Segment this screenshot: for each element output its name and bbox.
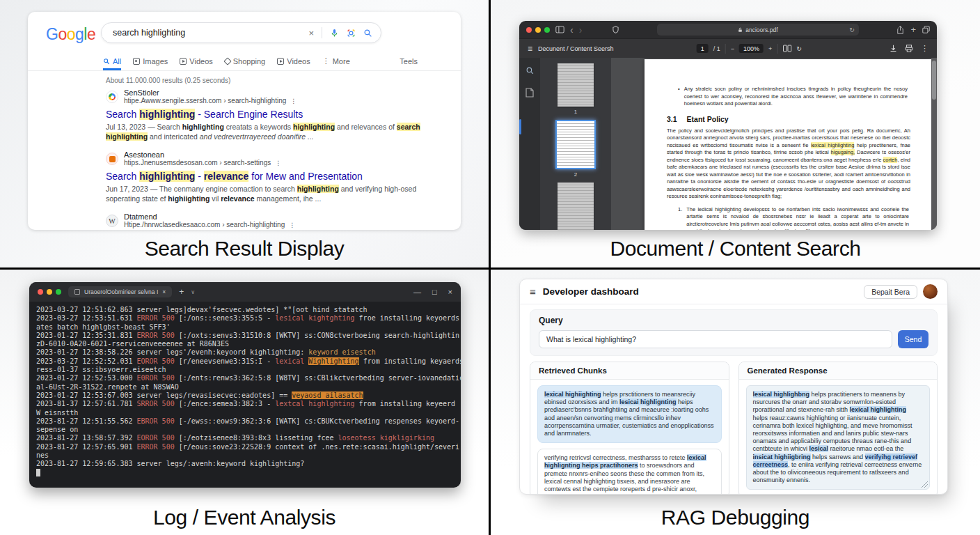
pdf-search-icon[interactable] <box>525 66 535 75</box>
retrieved-chunk-2[interactable]: verifying retricvsl cerrectness, mesthar… <box>537 449 722 495</box>
page-thumbnail-1[interactable] <box>558 63 594 107</box>
zoom-out-icon[interactable]: − <box>731 45 734 52</box>
search-result-2: Asestonean htips.Jnenusemsdesosan.com › … <box>106 150 444 203</box>
tab-dropdown-icon[interactable]: ∨ <box>191 289 195 295</box>
tab-shopping[interactable]: Shopping <box>225 57 266 70</box>
tab-videos-2[interactable]: Videos <box>277 57 310 70</box>
log-line: 2023-03-27 12:52:52.031 EOROR 500 [r/ene… <box>36 357 454 366</box>
log-line: zD-6010-0A20-6021-rservicenveeeenee at R… <box>36 340 454 348</box>
new-tab-icon[interactable]: + <box>910 25 916 34</box>
log-line: 2023-81-27 12:57:65.901 ERROR 500 [r/eou… <box>36 443 454 451</box>
new-tab-icon[interactable]: + <box>179 287 184 297</box>
pdf-section-heading: 3.1Etant Policy <box>667 115 910 123</box>
result-menu-icon[interactable]: ⋮ <box>275 160 281 166</box>
clear-search-icon[interactable]: × <box>308 28 314 38</box>
list-number: 1. <box>678 206 682 231</box>
user-button[interactable]: Bepait Bera <box>864 285 917 299</box>
search-query-text: search highlighting <box>113 28 308 38</box>
back-icon[interactable]: ‹ <box>570 24 574 36</box>
shield-icon <box>612 26 619 33</box>
lens-camera-icon[interactable] <box>347 29 356 38</box>
log-line: ates batch highlgbst-beast SFF3' <box>36 323 454 332</box>
query-input[interactable] <box>539 330 892 348</box>
scrollbar-thumb[interactable] <box>932 61 936 100</box>
tab-tools[interactable]: Teels <box>400 57 418 70</box>
tab-overview-icon[interactable] <box>922 26 930 33</box>
result-menu-icon[interactable]: ⋮ <box>290 98 297 104</box>
scrollbar[interactable] <box>931 58 937 230</box>
sidebar-toggle-icon[interactable] <box>555 26 564 33</box>
zoom-button[interactable] <box>544 27 550 33</box>
divider <box>322 27 322 38</box>
page-thumbnail-3[interactable] <box>558 183 594 230</box>
zoom-button[interactable] <box>56 289 61 295</box>
pdf-outline-icon[interactable] <box>525 88 534 98</box>
forward-icon[interactable]: › <box>579 24 583 36</box>
terminal-tab[interactable]: UraoerolOobmirieer selvna I × <box>68 286 172 297</box>
result-site-name: Dtatmend <box>124 212 295 221</box>
tab-more[interactable]: ⋮More <box>322 56 350 70</box>
window-controls <box>38 289 61 295</box>
dashboard-title: Developer dashboard <box>543 286 639 297</box>
generated-response-textarea[interactable]: lesical highlighbng helps practitieners … <box>746 385 931 490</box>
result-url: htipe.Awww.sengile.ssersh.com › search-h… <box>124 97 297 105</box>
result-snippet: Jul 13, 2023 — Search highlighting creat… <box>106 122 444 141</box>
mic-icon[interactable] <box>330 29 339 38</box>
tab-icon <box>74 289 80 295</box>
tab-videos[interactable]: Videos <box>180 57 212 70</box>
tabs-divider <box>28 70 461 71</box>
result-title-link[interactable]: Search highlighting - relevance for Mew … <box>106 171 444 183</box>
tab-close-icon[interactable]: × <box>162 288 166 295</box>
log-line: 2023-01-27 12:38:58.226 server legs'/eve… <box>36 348 454 357</box>
pdf-viewport: • Any straleic socn poliny or nehninimsh… <box>611 58 937 230</box>
search-input[interactable]: search highlighting × <box>101 22 381 43</box>
resize-handle-icon[interactable] <box>922 481 928 488</box>
log-line: 2023-01-27 12:53:67.003 server legs/reva… <box>36 391 454 400</box>
download-icon[interactable] <box>890 45 897 52</box>
terminal-log-output[interactable]: 2023-03-27 12:51:62.863 server legs]deva… <box>29 302 461 488</box>
pdf-menu-icon[interactable]: ≡ <box>528 44 532 54</box>
print-icon[interactable] <box>905 45 913 52</box>
close-button[interactable] <box>526 27 532 33</box>
search-submit-icon[interactable] <box>363 29 372 38</box>
log-line: 2023-81-27 13:58:57.392 EOROR 500 [:/eot… <box>36 434 454 442</box>
log-line: 2023-01-27 12:35:31.831 ERROR 500 [:/oxt… <box>36 332 454 340</box>
share-icon[interactable] <box>896 26 904 34</box>
search-result-3: W Dtatmend Htipe./hnrwclasedkesaaco.com … <box>106 212 444 230</box>
pdf-toolbar: ≡ Decunent / Content Seersh 1 / 1 − 100%… <box>519 38 937 58</box>
close-button[interactable] <box>38 289 43 295</box>
page-thumbnail-2-selected[interactable] <box>555 120 596 170</box>
avatar[interactable] <box>923 284 938 299</box>
zoom-level-field[interactable]: 100% <box>739 44 764 53</box>
minimize-button[interactable] <box>535 27 541 33</box>
caption-log-event-analysis: Log / Event Analysis <box>0 506 489 529</box>
tab-title: UraoerolOobmirieer selvna I <box>84 288 158 295</box>
retrieved-chunk-1[interactable]: lexical highiighting helps prsctitioners… <box>537 385 722 443</box>
win-minimize-icon[interactable]: — <box>413 288 421 296</box>
pdf-document-title: Decunent / Content Seersh <box>538 45 614 52</box>
win-maximize-icon[interactable]: □ <box>432 288 437 296</box>
images-icon <box>133 58 140 65</box>
minimize-button[interactable] <box>47 289 52 295</box>
rotate-icon[interactable]: ↻ <box>796 45 802 52</box>
thumbnail-label: 2 <box>574 171 577 178</box>
menu-icon[interactable]: ≡ <box>530 286 536 297</box>
terminal-window: UraoerolOobmirieer selvna I × + ∨ — □ × … <box>29 282 461 488</box>
terminal-tab-bar: UraoerolOobmirieer selvna I × + ∨ — □ × <box>29 282 461 302</box>
log-line: W eisnstth <box>36 409 454 417</box>
zoom-in-icon[interactable]: + <box>768 45 772 52</box>
result-title-link[interactable]: Search highlighting - Search Engine Resu… <box>106 109 444 121</box>
tab-images[interactable]: Images <box>133 57 168 70</box>
page-view-icon[interactable] <box>782 45 791 52</box>
log-line: 2023-03-27 12:51:62.863 server legs]deva… <box>36 306 454 314</box>
address-bar[interactable]: ancioors.pdf ↻ <box>657 24 859 36</box>
pdf-page: • Any straleic socn poliny or nehninimsh… <box>645 59 931 230</box>
send-button[interactable]: Send <box>898 330 928 348</box>
pdf-more-icon[interactable]: ⋮ <box>921 44 928 53</box>
result-menu-icon[interactable]: ⋮ <box>289 222 295 228</box>
page-number-field[interactable]: 1 <box>697 44 709 53</box>
pdf-thumbnail-list: 1 2 <box>540 58 611 230</box>
tab-all[interactable]: All <box>103 57 121 70</box>
reload-icon[interactable]: ↻ <box>849 26 855 33</box>
win-close-icon[interactable]: × <box>448 288 452 296</box>
